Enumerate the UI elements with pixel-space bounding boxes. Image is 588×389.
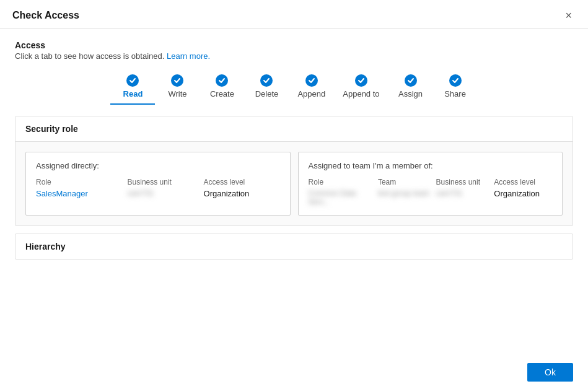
col-header-access-level: Access level	[204, 178, 280, 186]
hierarchy-card: Hierarchy	[15, 234, 573, 260]
assigned-team-box: Assigned to team I'm a member of: Role T…	[298, 152, 563, 216]
security-role-header: Security role	[15, 116, 573, 142]
assigned-team-table: Role Team Business unit Access level Com…	[309, 178, 553, 206]
assigned-boxes: Assigned directly: Role Business unit Ac…	[25, 152, 563, 216]
check-access-dialog: Check Access × Access Click a tab to see…	[0, 0, 588, 389]
col-team-header-role: Role	[309, 178, 378, 186]
assigned-team-row: Common Data Serv... test group team cam7…	[309, 189, 553, 206]
tab-append-to-label: Append to	[343, 89, 379, 98]
tab-append[interactable]: Append	[289, 72, 334, 105]
close-button[interactable]: ×	[561, 9, 576, 22]
assigned-directly-title: Assigned directly:	[36, 161, 280, 170]
tab-read[interactable]: Read	[110, 72, 155, 105]
assigned-directly-box: Assigned directly: Role Business unit Ac…	[25, 152, 291, 216]
col-team-team-value: test group team	[378, 189, 436, 206]
tab-share-label: Share	[444, 89, 466, 98]
assigned-team-title: Assigned to team I'm a member of:	[309, 161, 553, 170]
dialog-header: Check Access ×	[0, 0, 588, 29]
tab-append-label: Append	[297, 89, 325, 98]
tab-assign[interactable]: Assign	[388, 72, 433, 105]
tab-create[interactable]: Create	[200, 72, 244, 105]
access-subtitle-text: Click a tab to see how access is obtaine…	[15, 51, 164, 61]
col-role-value: SalesManager	[36, 189, 128, 198]
col-team-al-value: Organization	[494, 189, 552, 206]
assigned-directly-table: Role Business unit Access level SalesMan…	[36, 178, 280, 198]
tab-share[interactable]: Share	[433, 72, 478, 105]
check-icon-append	[305, 74, 318, 87]
col-team-header-bu: Business unit	[436, 178, 494, 186]
tabs-row: Read Write Create Delete	[15, 72, 573, 105]
dialog-body: Access Click a tab to see how access is …	[0, 29, 588, 356]
check-icon-create	[216, 74, 228, 87]
check-icon-write	[171, 74, 183, 87]
check-icon-assign	[405, 74, 417, 87]
col-bu-value: cam731	[128, 189, 204, 198]
assigned-directly-header-row: Role Business unit Access level	[36, 178, 280, 186]
col-al-value: Organization	[204, 189, 280, 198]
security-role-body: Assigned directly: Role Business unit Ac…	[15, 142, 573, 225]
check-icon-share	[449, 74, 462, 87]
col-team-header-team: Team	[378, 178, 436, 186]
col-header-bu: Business unit	[128, 178, 204, 186]
hierarchy-header: Hierarchy	[15, 234, 573, 259]
check-icon-delete	[260, 74, 273, 87]
col-team-bu-value: cam731	[436, 189, 494, 206]
col-team-header-al: Access level	[494, 178, 552, 186]
access-section: Access Click a tab to see how access is …	[15, 40, 573, 61]
col-team-role-value: Common Data Serv...	[309, 189, 378, 206]
tab-append-to[interactable]: Append to	[334, 72, 388, 105]
tab-create-label: Create	[210, 89, 234, 98]
role-link-manager[interactable]: Manager	[56, 189, 88, 198]
tab-read-label: Read	[123, 89, 143, 98]
tab-write-label: Write	[168, 89, 186, 98]
tab-delete-label: Delete	[255, 89, 279, 98]
col-header-role: Role	[36, 178, 128, 186]
dialog-footer: Ok	[0, 356, 588, 389]
ok-button[interactable]: Ok	[527, 363, 573, 382]
tab-delete[interactable]: Delete	[244, 72, 289, 105]
check-icon-read	[126, 74, 139, 87]
dialog-title: Check Access	[12, 10, 79, 21]
learn-more-link[interactable]: Learn more.	[167, 51, 210, 61]
tab-write[interactable]: Write	[155, 72, 200, 105]
tab-assign-label: Assign	[398, 89, 423, 98]
check-icon-append-to	[355, 74, 367, 87]
role-link-sales[interactable]: Sales	[36, 189, 56, 198]
access-title: Access	[15, 40, 573, 50]
security-role-card: Security role Assigned directly: Role Bu…	[15, 116, 573, 226]
access-subtitle: Click a tab to see how access is obtaine…	[15, 51, 573, 61]
assigned-directly-row: SalesManager cam731 Organization	[36, 189, 280, 198]
assigned-team-header-row: Role Team Business unit Access level	[309, 178, 553, 186]
